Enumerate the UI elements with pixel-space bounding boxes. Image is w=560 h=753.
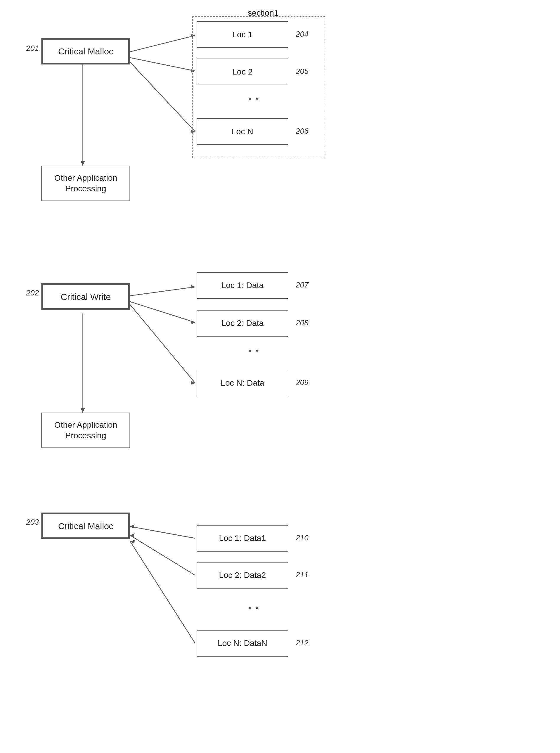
svg-marker-9 [191, 285, 195, 289]
ref-203: 203 [26, 518, 39, 527]
svg-marker-11 [191, 320, 195, 324]
loc2-box: Loc 2 [197, 59, 288, 85]
svg-line-20 [130, 541, 195, 643]
svg-marker-13 [191, 381, 195, 385]
loc1-data1-box: Loc 1: Data1 [197, 525, 288, 552]
dots-2: • • [248, 346, 260, 356]
ref-202: 202 [26, 289, 39, 298]
locn-box: Loc N [197, 118, 288, 145]
ref-212: 212 [296, 638, 308, 648]
other-app-processing-box-1: Other Application Processing [41, 166, 130, 201]
diagram-container: section1 201 Critical Malloc Other Appli… [0, 0, 560, 753]
locn-datan-box: Loc N: DataN [197, 630, 288, 657]
loc2-data2-box: Loc 2: Data2 [197, 562, 288, 589]
ref-211: 211 [296, 570, 308, 579]
ref-207: 207 [296, 280, 308, 290]
svg-marker-7 [81, 161, 85, 166]
critical-write-box: Critical Write [41, 283, 130, 310]
loc2-data-box: Loc 2: Data [197, 310, 288, 337]
dots-1: • • [248, 94, 260, 103]
svg-line-4 [130, 62, 195, 132]
ref-205: 205 [296, 67, 308, 76]
svg-line-12 [130, 305, 195, 383]
other-app-processing-box-2: Other Application Processing [41, 413, 130, 448]
ref-204: 204 [296, 29, 308, 39]
svg-marker-15 [81, 408, 85, 413]
svg-line-18 [130, 535, 195, 575]
ref-209: 209 [296, 378, 308, 387]
ref-208: 208 [296, 318, 308, 328]
dots-3: • • [248, 603, 260, 613]
critical-malloc-box-2: Critical Malloc [41, 513, 130, 539]
svg-line-0 [130, 36, 195, 52]
ref-206: 206 [296, 126, 308, 136]
ref-210: 210 [296, 533, 308, 542]
svg-marker-17 [130, 524, 135, 528]
svg-line-16 [130, 527, 195, 538]
svg-marker-21 [130, 540, 135, 543]
svg-marker-19 [130, 533, 135, 537]
critical-malloc-box-1: Critical Malloc [41, 38, 130, 64]
svg-line-10 [130, 302, 195, 322]
svg-line-8 [130, 287, 195, 296]
svg-line-2 [130, 58, 195, 71]
loc1-box: Loc 1 [197, 21, 288, 48]
loc1-data-box: Loc 1: Data [197, 272, 288, 299]
ref-201: 201 [26, 44, 39, 53]
locn-data-box: Loc N: Data [197, 370, 288, 396]
